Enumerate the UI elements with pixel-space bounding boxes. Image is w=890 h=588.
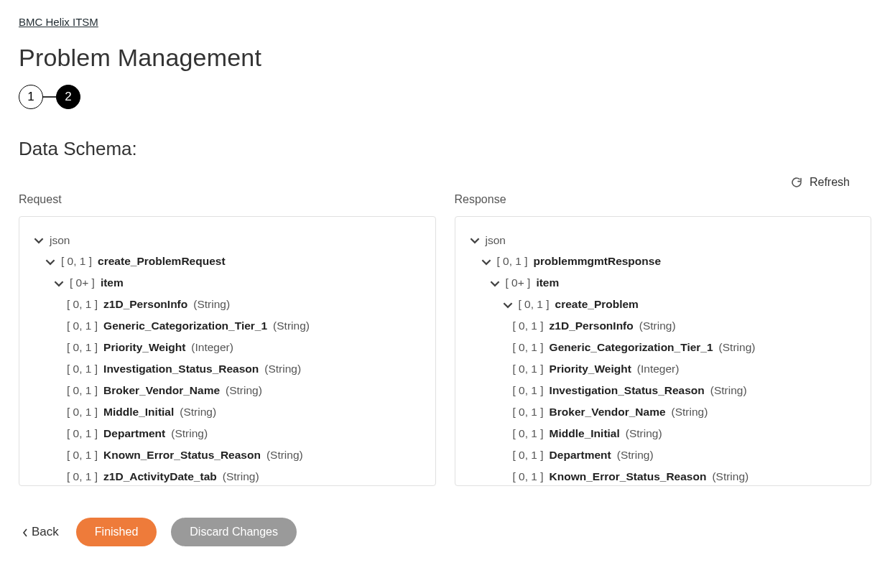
tree-leaf[interactable]: [ 0, 1 ]Generic_Categorization_Tier_1(St… — [470, 337, 857, 359]
refresh-button[interactable]: Refresh — [788, 173, 853, 192]
breadcrumb-link[interactable]: BMC Helix ITSM — [19, 16, 98, 28]
cardinality: [ 0, 1 ] — [67, 470, 98, 485]
cardinality: [ 0, 1 ] — [67, 297, 98, 312]
type-label: (String) — [273, 319, 310, 334]
cardinality: [ 0, 1 ] — [519, 297, 550, 312]
tree-label: Department — [103, 426, 165, 442]
type-label: (String) — [226, 383, 262, 398]
type-label: (String) — [639, 319, 676, 334]
tree-leaf[interactable]: [ 0, 1 ]z1D_PersonInfo(String) — [470, 316, 857, 337]
tree-node[interactable]: [ 0, 1 ] problemmgmtResponse — [470, 251, 857, 273]
tree-leaf[interactable]: [ 0, 1 ]Investigation_Status_Reason(Stri… — [470, 380, 857, 401]
type-label: (String) — [712, 470, 748, 485]
tree-leaf[interactable]: [ 0, 1 ]Middle_Initial(String) — [34, 401, 421, 423]
tree-leaf[interactable]: [ 0, 1 ]Investigation_Status_Reason(Stri… — [34, 359, 421, 381]
tree-node[interactable]: [ 0+ ] item — [470, 273, 857, 294]
cardinality: [ 0, 1 ] — [67, 448, 98, 463]
chevron-down-icon — [54, 279, 64, 289]
step-connector — [43, 96, 56, 98]
discard-button[interactable]: Discard Changes — [171, 518, 297, 546]
cardinality: [ 0+ ] — [506, 276, 531, 291]
type-label: (String) — [193, 297, 230, 312]
chevron-down-icon — [481, 257, 491, 267]
tree-leaf[interactable]: [ 0, 1 ]z1D_PersonInfo(String) — [34, 294, 421, 316]
page-title: Problem Management — [19, 44, 871, 72]
type-label: (Integer) — [637, 362, 680, 377]
chevron-down-icon — [45, 257, 55, 267]
tree-leaf[interactable]: [ 0, 1 ]Priority_Weight(Integer) — [34, 337, 421, 359]
cardinality: [ 0, 1 ] — [513, 340, 544, 355]
cardinality: [ 0, 1 ] — [513, 470, 544, 485]
tree-label: item — [101, 276, 124, 291]
tree-leaf[interactable]: [ 0, 1 ]Department(String) — [34, 423, 421, 444]
request-panel: json [ 0, 1 ] create_ProblemRequest [ 0+… — [19, 216, 436, 486]
tree-label: json — [50, 233, 70, 248]
type-label: (String) — [672, 405, 708, 420]
chevron-left-icon — [22, 527, 29, 537]
cardinality: [ 0, 1 ] — [513, 405, 544, 420]
type-label: (Integer) — [191, 340, 233, 355]
tree-leaf[interactable]: [ 0, 1 ]Known_Error_Status_Reason(String… — [470, 466, 857, 485]
cardinality: [ 0, 1 ] — [497, 254, 528, 269]
tree-leaf[interactable]: [ 0, 1 ]Generic_Categorization_Tier_1(St… — [34, 316, 421, 337]
cardinality: [ 0, 1 ] — [67, 362, 98, 377]
cardinality: [ 0+ ] — [70, 276, 95, 291]
tree-label: Known_Error_Status_Reason — [550, 470, 707, 485]
cardinality: [ 0, 1 ] — [67, 405, 98, 420]
step-1[interactable]: 1 — [19, 85, 43, 109]
cardinality: [ 0, 1 ] — [513, 362, 544, 377]
chevron-down-icon — [503, 300, 513, 310]
type-label: (String) — [264, 362, 301, 377]
tree-label: create_Problem — [555, 297, 639, 312]
tree-label: json — [486, 233, 506, 248]
tree-label: Middle_Initial — [103, 405, 174, 420]
refresh-label: Refresh — [810, 176, 850, 189]
tree-label: Broker_Vendor_Name — [550, 405, 666, 420]
finished-button[interactable]: Finished — [76, 518, 157, 546]
back-button[interactable]: Back — [19, 522, 62, 542]
tree-leaf[interactable]: [ 0, 1 ]Priority_Weight(Integer) — [470, 359, 857, 381]
type-label: (String) — [710, 383, 747, 398]
refresh-icon — [791, 177, 802, 188]
type-label: (String) — [171, 426, 208, 442]
tree-leaf[interactable]: [ 0, 1 ]Broker_Vendor_Name(String) — [34, 380, 421, 401]
tree-leaf[interactable]: [ 0, 1 ]Known_Error_Status_Reason(String… — [34, 444, 421, 466]
tree-label: Generic_Categorization_Tier_1 — [550, 340, 713, 355]
cardinality: [ 0, 1 ] — [513, 426, 544, 442]
tree-node[interactable]: [ 0+ ] item — [34, 273, 421, 294]
type-label: (String) — [223, 470, 259, 485]
type-label: (String) — [626, 426, 662, 442]
step-2[interactable]: 2 — [56, 85, 80, 109]
tree-label: item — [536, 276, 559, 291]
tree-label: z1D_PersonInfo — [103, 297, 187, 312]
tree-leaf[interactable]: [ 0, 1 ]Middle_Initial(String) — [470, 423, 857, 444]
stepper: 1 2 — [19, 85, 871, 109]
tree-leaf[interactable]: [ 0, 1 ]z1D_ActivityDate_tab(String) — [34, 466, 421, 485]
tree-label: Middle_Initial — [550, 426, 620, 442]
back-label: Back — [32, 525, 59, 539]
response-title: Response — [455, 193, 872, 206]
tree-leaf[interactable]: [ 0, 1 ]Department(String) — [470, 444, 857, 466]
tree-label: Investigation_Status_Reason — [103, 362, 259, 377]
cardinality: [ 0, 1 ] — [67, 426, 98, 442]
cardinality: [ 0, 1 ] — [513, 319, 544, 334]
tree-label: z1D_PersonInfo — [550, 319, 634, 334]
tree-label: Broker_Vendor_Name — [103, 383, 220, 398]
cardinality: [ 0, 1 ] — [513, 383, 544, 398]
tree-label: create_ProblemRequest — [98, 254, 225, 269]
tree-node[interactable]: [ 0, 1 ] create_Problem — [470, 294, 857, 316]
cardinality: [ 0, 1 ] — [513, 448, 544, 463]
tree-leaf[interactable]: [ 0, 1 ]Broker_Vendor_Name(String) — [470, 401, 857, 423]
tree-node-json[interactable]: json — [470, 230, 857, 251]
section-heading: Data Schema: — [19, 138, 871, 160]
tree-label: Priority_Weight — [550, 362, 631, 377]
tree-label: problemmgmtResponse — [534, 254, 661, 269]
cardinality: [ 0, 1 ] — [67, 383, 98, 398]
tree-node[interactable]: [ 0, 1 ] create_ProblemRequest — [34, 251, 421, 273]
tree-node-json[interactable]: json — [34, 230, 421, 251]
type-label: (String) — [180, 405, 216, 420]
tree-label: Investigation_Status_Reason — [550, 383, 705, 398]
tree-label: Generic_Categorization_Tier_1 — [103, 319, 267, 334]
tree-label: Known_Error_Status_Reason — [103, 448, 261, 463]
type-label: (String) — [266, 448, 303, 463]
